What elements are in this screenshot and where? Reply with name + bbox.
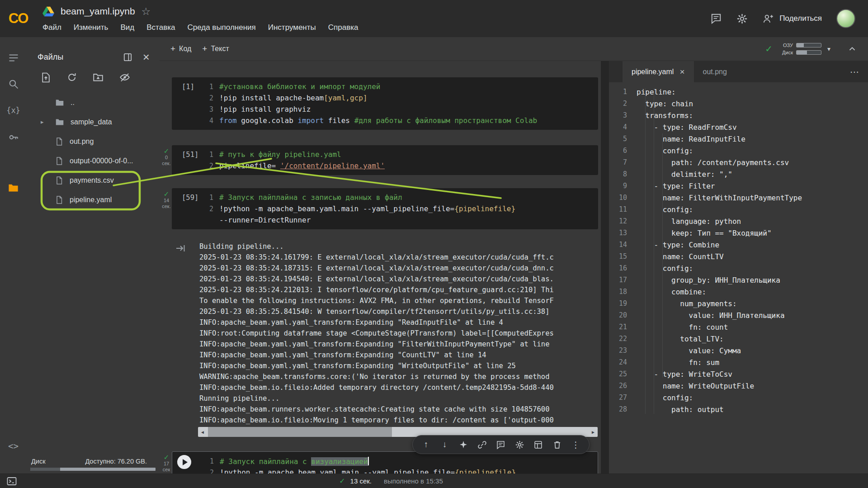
line-number: 1	[609, 88, 627, 96]
file-item-pipeline.yaml[interactable]: pipeline.yaml	[27, 190, 160, 209]
code-cell-1[interactable]: [1]1#установка библиотек и импорт модуле…	[172, 77, 598, 130]
runtime-menu-caret-icon[interactable]: ▾	[827, 45, 830, 52]
menu-runtime[interactable]: Среда выполнения	[187, 23, 255, 32]
mirror-cell-in-tab-icon[interactable]	[533, 439, 544, 450]
tab-out.png[interactable]: out.png	[694, 61, 736, 82]
tab-pipeline.yaml[interactable]: pipeline.yaml×	[623, 61, 694, 82]
output-log-line: WARNING:apache_beam.transforms.core:('No…	[199, 371, 599, 382]
move-cell-down-icon[interactable]: ↓	[439, 439, 450, 450]
colab-logo[interactable]: CO	[0, 0, 36, 37]
scroll-left-arrow-icon[interactable]: ◄	[198, 427, 207, 437]
open-panel-in-tab-icon[interactable]	[123, 52, 133, 62]
menu-insert[interactable]: Вставка	[146, 23, 175, 32]
cell-status-margin	[161, 77, 172, 130]
execution-completed-time: выполнено в 15:35	[384, 477, 443, 485]
plus-icon: +	[170, 44, 175, 54]
line-number: 28	[609, 405, 627, 413]
text-cursor	[368, 457, 369, 465]
settings-gear-icon[interactable]	[736, 13, 748, 24]
code-cell-2[interactable]: [51]1# путь к файлу pipeline.yaml2pipeli…	[172, 145, 598, 175]
close-panel-icon[interactable]: ×	[143, 52, 150, 62]
disk-available: Доступно: 76.20 GB.	[85, 458, 147, 465]
file-item-..[interactable]: ..	[27, 93, 160, 112]
yaml-line-16: 16 config:	[609, 262, 868, 274]
files-folder-icon[interactable]	[5, 180, 22, 196]
notebook-toolbar: + Код + Текст ✓ ОЗУ Диск ▾	[160, 37, 868, 61]
move-cell-up-icon[interactable]: ↑	[420, 439, 431, 450]
disk-label: Диск	[31, 458, 46, 465]
file-label: out.png	[70, 137, 94, 146]
scrollbar-thumb[interactable]	[208, 427, 392, 437]
disk-usage-bar	[30, 468, 156, 471]
table-of-contents-icon[interactable]	[5, 50, 22, 66]
code-line: 4from google.colab import files #для раб…	[172, 115, 598, 126]
code-snippets-icon[interactable]: <>	[5, 438, 22, 454]
output-log-line: INFO:apache_beam.io.fileio:Added tempora…	[199, 382, 599, 393]
secrets-key-icon[interactable]	[5, 129, 22, 145]
panel-divider[interactable]	[601, 61, 609, 474]
code-line: 2pipelinefile= '/content/pipeline.yaml'	[172, 160, 598, 171]
add-comment-icon[interactable]	[495, 439, 506, 450]
gemini-sparkle-icon[interactable]	[458, 439, 469, 450]
cell-status-margin: ✓14сек.	[161, 188, 172, 229]
star-icon[interactable]: ☆	[142, 5, 151, 18]
add-code-cell-button[interactable]: + Код	[170, 44, 191, 54]
menu-file[interactable]: Файл	[42, 23, 61, 32]
avatar[interactable]	[836, 9, 855, 28]
line-number: 5	[609, 135, 627, 143]
tab-more-options-icon[interactable]: ⋯	[850, 66, 860, 77]
file-label: sample_data	[71, 118, 112, 126]
execution-count[interactable]: [1]	[182, 81, 194, 92]
code-line: 1# Запуск пайплайна с записью данных в ф…	[172, 192, 598, 203]
menu-tools[interactable]: Инструменты	[268, 23, 316, 32]
menu-edit[interactable]: Изменить	[74, 23, 108, 32]
execution-count[interactable]: [51]	[182, 149, 198, 160]
left-icon-rail: {x} <>	[0, 37, 27, 474]
copy-link-to-cell-icon[interactable]	[477, 439, 488, 450]
hidden-files-eye-off-icon[interactable]	[119, 71, 131, 83]
resource-meter[interactable]: ОЗУ Диск	[778, 43, 821, 55]
code-cell-4[interactable]: 1# Запуск пайплайна с визуализацией2!pyt…	[172, 451, 598, 474]
comments-icon[interactable]	[710, 13, 722, 24]
menu-view[interactable]: Вид	[120, 23, 134, 32]
refresh-icon[interactable]	[66, 71, 77, 83]
line-number: 3	[609, 111, 627, 119]
variables-icon[interactable]: {x}	[5, 102, 22, 118]
yaml-editor[interactable]: 1pipeline:2 type: chain3 transforms:4 - …	[609, 86, 868, 415]
cell-row-4: ✓17сек1# Запуск пайплайна с визуализацие…	[161, 451, 598, 474]
cell-settings-icon[interactable]	[514, 439, 525, 450]
upload-file-icon[interactable]	[40, 71, 52, 83]
mount-drive-icon[interactable]	[92, 71, 104, 83]
output-log-line: 2025-01-23 08:35:24.187315: E external/l…	[199, 263, 599, 274]
line-number: 2	[172, 94, 213, 102]
file-item-payments.csv[interactable]: payments.csv	[27, 171, 160, 190]
play-icon	[183, 459, 188, 465]
close-tab-icon[interactable]: ×	[679, 67, 684, 77]
search-icon[interactable]	[5, 76, 22, 92]
notebook-filename[interactable]: beam_yaml.ipynb	[61, 6, 135, 17]
file-item-sample_data[interactable]: ▸sample_data	[27, 112, 160, 132]
output-log-line: Building pipeline...	[199, 241, 599, 252]
file-item-out.png[interactable]: out.png	[27, 132, 160, 151]
line-number: 4	[609, 123, 627, 131]
disk-usage-bar	[796, 50, 821, 55]
execution-count[interactable]: [59]	[182, 192, 198, 203]
execution-duration: 13 сек.	[350, 477, 372, 485]
add-text-cell-button[interactable]: + Текст	[202, 44, 229, 54]
cell-output: Building pipeline...2025-01-23 08:35:24.…	[173, 238, 599, 426]
collapse-header-chevron-icon[interactable]	[847, 44, 857, 54]
more-cell-actions-icon[interactable]: ⋮	[571, 439, 581, 450]
menu-help[interactable]: Справка	[328, 23, 359, 32]
run-cell-button[interactable]	[177, 455, 191, 469]
file-item-output-00000-of-0...[interactable]: output-00000-of-0...	[27, 151, 160, 171]
share-button[interactable]: Поделиться	[762, 13, 822, 24]
files-panel: Файлы × ..▸sample_dataout.pngoutput-00	[27, 37, 160, 474]
file-label: output-00000-of-0...	[70, 157, 133, 165]
line-number: 2	[172, 205, 213, 213]
code-cell-3[interactable]: [59]1# Запуск пайплайна с записью данных…	[172, 188, 598, 229]
terminal-icon[interactable]	[6, 476, 17, 487]
delete-cell-icon[interactable]	[552, 439, 562, 450]
scroll-right-arrow-icon[interactable]: ►	[589, 427, 598, 437]
file-label: payments.csv	[70, 176, 114, 185]
expand-chevron-icon[interactable]: ▸	[41, 118, 44, 125]
